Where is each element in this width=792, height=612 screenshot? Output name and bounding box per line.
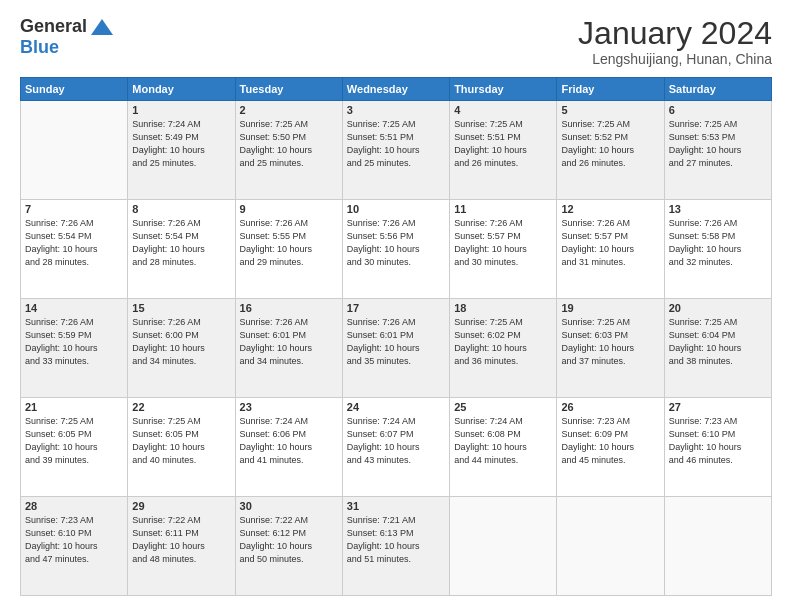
calendar-cell: 7Sunrise: 7:26 AM Sunset: 5:54 PM Daylig… <box>21 200 128 299</box>
calendar-table: SundayMondayTuesdayWednesdayThursdayFrid… <box>20 77 772 596</box>
day-info: Sunrise: 7:26 AM Sunset: 6:00 PM Dayligh… <box>132 316 230 368</box>
calendar-cell: 4Sunrise: 7:25 AM Sunset: 5:51 PM Daylig… <box>450 101 557 200</box>
day-number: 11 <box>454 203 552 215</box>
day-number: 29 <box>132 500 230 512</box>
calendar-cell: 15Sunrise: 7:26 AM Sunset: 6:00 PM Dayli… <box>128 299 235 398</box>
logo-blue-text: Blue <box>20 37 59 58</box>
day-info: Sunrise: 7:22 AM Sunset: 6:12 PM Dayligh… <box>240 514 338 566</box>
calendar-cell: 13Sunrise: 7:26 AM Sunset: 5:58 PM Dayli… <box>664 200 771 299</box>
day-info: Sunrise: 7:26 AM Sunset: 5:57 PM Dayligh… <box>561 217 659 269</box>
month-title: January 2024 <box>578 16 772 51</box>
day-number: 13 <box>669 203 767 215</box>
day-number: 9 <box>240 203 338 215</box>
day-info: Sunrise: 7:25 AM Sunset: 5:52 PM Dayligh… <box>561 118 659 170</box>
calendar-cell: 6Sunrise: 7:25 AM Sunset: 5:53 PM Daylig… <box>664 101 771 200</box>
calendar-cell: 21Sunrise: 7:25 AM Sunset: 6:05 PM Dayli… <box>21 398 128 497</box>
calendar-cell: 12Sunrise: 7:26 AM Sunset: 5:57 PM Dayli… <box>557 200 664 299</box>
calendar-cell: 31Sunrise: 7:21 AM Sunset: 6:13 PM Dayli… <box>342 497 449 596</box>
col-header-saturday: Saturday <box>664 78 771 101</box>
calendar-cell: 28Sunrise: 7:23 AM Sunset: 6:10 PM Dayli… <box>21 497 128 596</box>
day-info: Sunrise: 7:25 AM Sunset: 5:51 PM Dayligh… <box>347 118 445 170</box>
day-number: 3 <box>347 104 445 116</box>
day-number: 25 <box>454 401 552 413</box>
header: General Blue January 2024 Lengshuijiang,… <box>20 16 772 67</box>
calendar-header-row: SundayMondayTuesdayWednesdayThursdayFrid… <box>21 78 772 101</box>
day-number: 1 <box>132 104 230 116</box>
calendar-cell: 9Sunrise: 7:26 AM Sunset: 5:55 PM Daylig… <box>235 200 342 299</box>
calendar-cell: 16Sunrise: 7:26 AM Sunset: 6:01 PM Dayli… <box>235 299 342 398</box>
header-right: January 2024 Lengshuijiang, Hunan, China <box>578 16 772 67</box>
day-info: Sunrise: 7:25 AM Sunset: 6:05 PM Dayligh… <box>132 415 230 467</box>
calendar-cell <box>664 497 771 596</box>
col-header-friday: Friday <box>557 78 664 101</box>
day-info: Sunrise: 7:26 AM Sunset: 5:54 PM Dayligh… <box>25 217 123 269</box>
day-info: Sunrise: 7:26 AM Sunset: 6:01 PM Dayligh… <box>347 316 445 368</box>
day-number: 5 <box>561 104 659 116</box>
calendar-cell: 18Sunrise: 7:25 AM Sunset: 6:02 PM Dayli… <box>450 299 557 398</box>
day-number: 14 <box>25 302 123 314</box>
day-number: 28 <box>25 500 123 512</box>
day-info: Sunrise: 7:25 AM Sunset: 6:03 PM Dayligh… <box>561 316 659 368</box>
day-number: 4 <box>454 104 552 116</box>
day-info: Sunrise: 7:22 AM Sunset: 6:11 PM Dayligh… <box>132 514 230 566</box>
day-info: Sunrise: 7:24 AM Sunset: 6:06 PM Dayligh… <box>240 415 338 467</box>
day-number: 30 <box>240 500 338 512</box>
day-info: Sunrise: 7:25 AM Sunset: 5:53 PM Dayligh… <box>669 118 767 170</box>
day-number: 31 <box>347 500 445 512</box>
day-number: 26 <box>561 401 659 413</box>
day-number: 17 <box>347 302 445 314</box>
day-info: Sunrise: 7:21 AM Sunset: 6:13 PM Dayligh… <box>347 514 445 566</box>
calendar-cell: 1Sunrise: 7:24 AM Sunset: 5:49 PM Daylig… <box>128 101 235 200</box>
day-info: Sunrise: 7:26 AM Sunset: 6:01 PM Dayligh… <box>240 316 338 368</box>
day-number: 15 <box>132 302 230 314</box>
day-info: Sunrise: 7:26 AM Sunset: 5:58 PM Dayligh… <box>669 217 767 269</box>
calendar-cell: 3Sunrise: 7:25 AM Sunset: 5:51 PM Daylig… <box>342 101 449 200</box>
day-number: 7 <box>25 203 123 215</box>
calendar-week-row: 21Sunrise: 7:25 AM Sunset: 6:05 PM Dayli… <box>21 398 772 497</box>
day-number: 6 <box>669 104 767 116</box>
calendar-cell: 29Sunrise: 7:22 AM Sunset: 6:11 PM Dayli… <box>128 497 235 596</box>
calendar-cell: 25Sunrise: 7:24 AM Sunset: 6:08 PM Dayli… <box>450 398 557 497</box>
day-number: 22 <box>132 401 230 413</box>
logo: General Blue <box>20 16 113 58</box>
day-number: 19 <box>561 302 659 314</box>
calendar-cell: 5Sunrise: 7:25 AM Sunset: 5:52 PM Daylig… <box>557 101 664 200</box>
calendar-week-row: 28Sunrise: 7:23 AM Sunset: 6:10 PM Dayli… <box>21 497 772 596</box>
calendar-cell <box>21 101 128 200</box>
day-number: 23 <box>240 401 338 413</box>
day-number: 27 <box>669 401 767 413</box>
calendar-cell: 24Sunrise: 7:24 AM Sunset: 6:07 PM Dayli… <box>342 398 449 497</box>
calendar-cell: 11Sunrise: 7:26 AM Sunset: 5:57 PM Dayli… <box>450 200 557 299</box>
day-number: 21 <box>25 401 123 413</box>
day-info: Sunrise: 7:24 AM Sunset: 6:07 PM Dayligh… <box>347 415 445 467</box>
day-info: Sunrise: 7:23 AM Sunset: 6:10 PM Dayligh… <box>25 514 123 566</box>
day-number: 20 <box>669 302 767 314</box>
day-info: Sunrise: 7:26 AM Sunset: 5:54 PM Dayligh… <box>132 217 230 269</box>
calendar-week-row: 7Sunrise: 7:26 AM Sunset: 5:54 PM Daylig… <box>21 200 772 299</box>
calendar-cell: 23Sunrise: 7:24 AM Sunset: 6:06 PM Dayli… <box>235 398 342 497</box>
calendar-cell: 27Sunrise: 7:23 AM Sunset: 6:10 PM Dayli… <box>664 398 771 497</box>
logo-general-text: General <box>20 16 87 37</box>
col-header-monday: Monday <box>128 78 235 101</box>
day-info: Sunrise: 7:25 AM Sunset: 6:02 PM Dayligh… <box>454 316 552 368</box>
day-number: 12 <box>561 203 659 215</box>
calendar-cell <box>450 497 557 596</box>
day-number: 16 <box>240 302 338 314</box>
logo-icon <box>91 19 113 35</box>
day-number: 2 <box>240 104 338 116</box>
calendar-cell: 2Sunrise: 7:25 AM Sunset: 5:50 PM Daylig… <box>235 101 342 200</box>
col-header-thursday: Thursday <box>450 78 557 101</box>
day-info: Sunrise: 7:25 AM Sunset: 6:04 PM Dayligh… <box>669 316 767 368</box>
calendar-cell: 19Sunrise: 7:25 AM Sunset: 6:03 PM Dayli… <box>557 299 664 398</box>
day-number: 8 <box>132 203 230 215</box>
calendar-cell: 20Sunrise: 7:25 AM Sunset: 6:04 PM Dayli… <box>664 299 771 398</box>
col-header-tuesday: Tuesday <box>235 78 342 101</box>
calendar-cell: 8Sunrise: 7:26 AM Sunset: 5:54 PM Daylig… <box>128 200 235 299</box>
col-header-sunday: Sunday <box>21 78 128 101</box>
day-info: Sunrise: 7:25 AM Sunset: 5:50 PM Dayligh… <box>240 118 338 170</box>
calendar-cell: 30Sunrise: 7:22 AM Sunset: 6:12 PM Dayli… <box>235 497 342 596</box>
day-info: Sunrise: 7:23 AM Sunset: 6:10 PM Dayligh… <box>669 415 767 467</box>
day-number: 18 <box>454 302 552 314</box>
calendar-cell: 22Sunrise: 7:25 AM Sunset: 6:05 PM Dayli… <box>128 398 235 497</box>
day-info: Sunrise: 7:24 AM Sunset: 5:49 PM Dayligh… <box>132 118 230 170</box>
